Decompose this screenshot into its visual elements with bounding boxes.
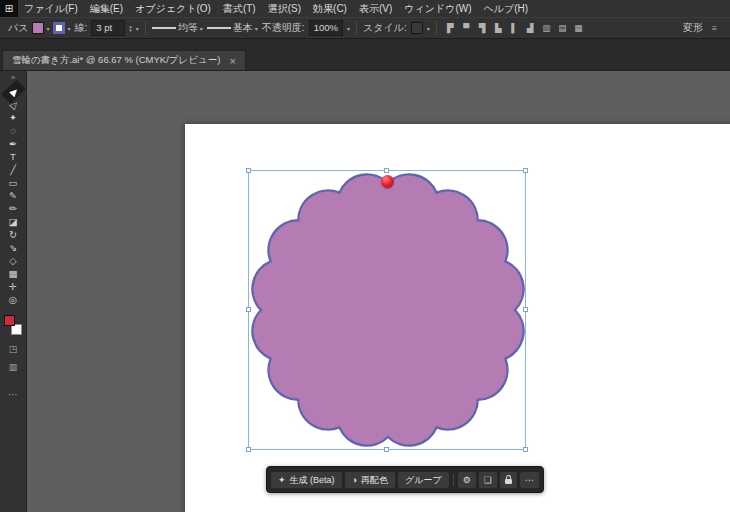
style-label: スタイル: <box>363 21 407 35</box>
menu-item-help[interactable]: ヘルプ(H) <box>478 0 535 17</box>
menu-item-effect[interactable]: 効果(C) <box>307 0 353 17</box>
toolbar-tools: ▶▷✦◌✒T╱▭✎✏◪↻⇘◇▦✛◎ <box>3 85 24 306</box>
align-bottom-icon[interactable]: ▟ <box>523 21 538 36</box>
selection-handle-top-center[interactable] <box>384 168 389 173</box>
line-segment-tool[interactable]: ╱ <box>3 163 24 176</box>
close-icon[interactable]: × <box>229 56 235 66</box>
edit-toolbar-icon[interactable]: ⋯ <box>8 389 18 400</box>
group-button[interactable]: グループ <box>398 472 449 488</box>
taskbar-separator <box>453 474 454 486</box>
chevron-down-icon[interactable]: ▾ <box>136 25 139 32</box>
selection-handle-bottom-right[interactable] <box>523 447 528 452</box>
more-button[interactable]: ⋯ <box>520 472 539 488</box>
width-tool[interactable]: ◇ <box>3 254 24 267</box>
stepper-down-icon[interactable]: ▾ <box>129 28 132 32</box>
width-profile-dropdown[interactable]: 均等 ▾ <box>152 21 203 35</box>
free-transform-tool[interactable]: ▦ <box>3 267 24 280</box>
selection-handle-middle-right[interactable] <box>523 307 528 312</box>
separator <box>436 21 437 35</box>
recolor-button-label: 再配色 <box>361 472 388 488</box>
menu-item-view[interactable]: 表示(V) <box>353 0 398 17</box>
align-left-icon[interactable]: ▛ <box>443 21 458 36</box>
screen-mode-icon[interactable]: ▥ <box>3 361 24 373</box>
distribute-vertical-icon[interactable]: ▤ <box>555 21 570 36</box>
fill-color-control[interactable]: ▾ <box>32 22 49 34</box>
style-swatch[interactable] <box>411 22 423 34</box>
draw-mode-icon[interactable]: ◳ <box>3 343 24 355</box>
rectangle-tool[interactable]: ▭ <box>3 176 24 189</box>
stroke-swatch[interactable] <box>53 22 65 34</box>
panel-menu-icon[interactable]: ≡ <box>707 21 722 36</box>
contextual-task-bar: ✦生成 (Beta)◑再配色グループ⚙❏⋯ <box>266 466 544 493</box>
opacity-label: 不透明度: <box>262 21 305 35</box>
fill-proxy-swatch[interactable] <box>4 315 15 326</box>
chevron-down-icon[interactable]: ▾ <box>427 25 430 32</box>
control-bar: パス ▾ ▾ 線: 3 pt ▴ ▾ ▾ 均等 ▾ 基本 ▾ 不透明度: 100… <box>0 17 730 39</box>
chevron-down-icon: ▾ <box>255 25 258 32</box>
align-right-icon[interactable]: ▜ <box>475 21 490 36</box>
recolor-button[interactable]: ◑再配色 <box>345 472 395 488</box>
brush-definition-label: 基本 <box>233 21 253 35</box>
lock-button[interactable] <box>500 472 517 488</box>
distribute-horizontal-icon[interactable]: ▥ <box>539 21 554 36</box>
stroke-width-stepper[interactable]: ▴ ▾ <box>129 24 132 32</box>
selection-handle-bottom-left[interactable] <box>246 447 251 452</box>
menu-item-object[interactable]: オブジェクト(O) <box>129 0 217 17</box>
toolbar-extra-icons: ◳▥ <box>3 343 24 373</box>
align-center-horizontal-icon[interactable]: ▀ <box>459 21 474 36</box>
document-tab[interactable]: 雪輪の書き方.ai* @ 66.67 % (CMYK/プレビュー) × <box>2 50 246 70</box>
lock-icon <box>505 479 512 484</box>
stroke-width-input[interactable]: 3 pt <box>91 20 125 36</box>
menu-item-edit[interactable]: 編集(E) <box>84 0 129 17</box>
selection-handle-top-left[interactable] <box>246 168 251 173</box>
menu-bar: ⊞ ファイル(F)編集(E)オブジェクト(O)書式(T)選択(S)効果(C)表示… <box>0 0 730 17</box>
lasso-tool[interactable]: ◌ <box>3 124 24 137</box>
opacity-input[interactable]: 100% <box>309 20 343 36</box>
separator <box>145 21 146 35</box>
scale-tool[interactable]: ⇘ <box>3 241 24 254</box>
eyedropper-tool[interactable]: ✛ <box>3 280 24 293</box>
type-tool[interactable]: T <box>3 150 24 163</box>
chevron-down-icon[interactable]: ▾ <box>347 25 350 32</box>
generate-button[interactable]: ✦生成 (Beta) <box>271 472 342 488</box>
menu-item-file[interactable]: ファイル(F) <box>18 0 84 17</box>
canvas[interactable]: ✦生成 (Beta)◑再配色グループ⚙❏⋯ <box>27 70 730 512</box>
distribute-spacing-icon[interactable]: ▦ <box>571 21 586 36</box>
fill-swatch[interactable] <box>32 22 44 34</box>
brush-definition-dropdown[interactable]: 基本 ▾ <box>207 21 258 35</box>
generate-button-label: 生成 (Beta) <box>290 472 335 488</box>
app-grid-icon[interactable]: ⊞ <box>0 0 18 17</box>
group-button-label: グループ <box>405 472 442 488</box>
width-profile-preview <box>152 27 176 29</box>
menubar-items: ファイル(F)編集(E)オブジェクト(O)書式(T)選択(S)効果(C)表示(V… <box>18 0 534 17</box>
menu-item-window[interactable]: ウィンドウ(W) <box>398 0 477 17</box>
selection-handle-top-right[interactable] <box>523 168 528 173</box>
duplicate-button[interactable]: ❏ <box>479 472 497 488</box>
eraser-tool[interactable]: ◪ <box>3 215 24 228</box>
stroke-color-control[interactable]: ▾ <box>53 22 70 34</box>
sparkle-icon: ✦ <box>278 475 286 485</box>
menu-item-type[interactable]: 書式(T) <box>217 0 262 17</box>
rotate-tool[interactable]: ↻ <box>3 228 24 241</box>
brush-preview <box>207 27 231 29</box>
gear-icon: ⚙ <box>463 475 471 485</box>
align-middle-vertical-icon[interactable]: ▌ <box>507 21 522 36</box>
fill-stroke-control[interactable] <box>3 315 23 335</box>
align-icon-group: ▛▀▜▙▌▟▥▤▦ <box>443 21 586 36</box>
tools-panel: » ▶▷✦◌✒T╱▭✎✏◪↻⇘◇▦✛◎ ◳▥ ⋯ <box>0 70 27 512</box>
duplicate-icon: ❏ <box>484 475 492 485</box>
selection-handle-middle-left[interactable] <box>246 307 251 312</box>
pen-tool[interactable]: ✒ <box>3 137 24 150</box>
transform-label[interactable]: 変形 <box>683 21 703 35</box>
selection-type-label: パス <box>8 21 28 35</box>
width-profile-label: 均等 <box>178 21 198 35</box>
align-top-icon[interactable]: ▙ <box>491 21 506 36</box>
pencil-tool[interactable]: ✏ <box>3 202 24 215</box>
selection-bounding-box <box>248 170 526 450</box>
zoom-tool[interactable]: ◎ <box>3 293 24 306</box>
menu-item-select[interactable]: 選択(S) <box>262 0 307 17</box>
paintbrush-tool[interactable]: ✎ <box>3 189 24 202</box>
selection-handle-bottom-center[interactable] <box>384 447 389 452</box>
options-button[interactable]: ⚙ <box>458 472 476 488</box>
chevron-down-icon: ▾ <box>67 25 70 32</box>
